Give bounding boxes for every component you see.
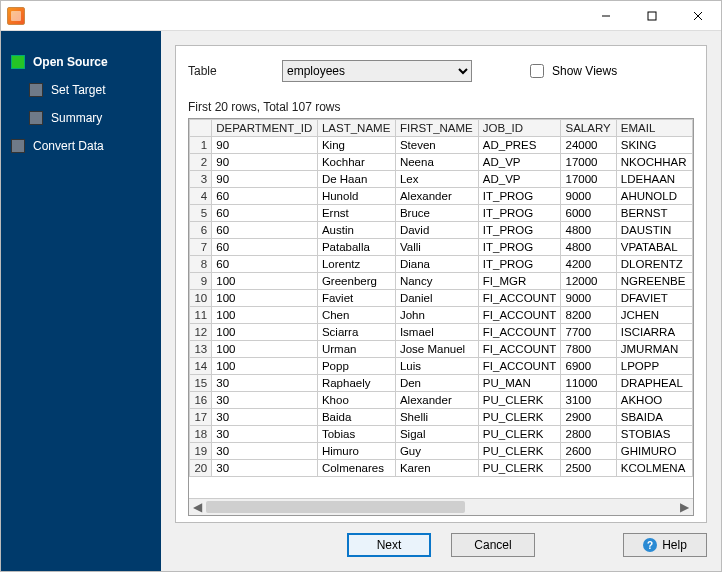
cell[interactable]: Alexander [395, 392, 478, 409]
cell[interactable]: Ismael [395, 324, 478, 341]
cell[interactable]: DFAVIET [616, 290, 692, 307]
cell[interactable]: 90 [212, 137, 318, 154]
cell[interactable]: 24000 [561, 137, 616, 154]
cell[interactable]: 4800 [561, 222, 616, 239]
cell[interactable]: IT_PROG [478, 239, 561, 256]
cell[interactable]: 30 [212, 443, 318, 460]
cell[interactable]: Kochhar [317, 154, 395, 171]
grid-scroll[interactable]: DEPARTMENT_ID LAST_NAME FIRST_NAME JOB_I… [189, 119, 693, 498]
cell[interactable]: 17000 [561, 171, 616, 188]
cell[interactable]: 6900 [561, 358, 616, 375]
cell[interactable]: IT_PROG [478, 256, 561, 273]
cell[interactable]: 7800 [561, 341, 616, 358]
show-views-checkbox[interactable]: Show Views [526, 61, 617, 81]
table-row[interactable]: 14100PoppLuisFI_ACCOUNT6900LPOPP [190, 358, 693, 375]
cell[interactable]: DLORENTZ [616, 256, 692, 273]
cell[interactable]: 2900 [561, 409, 616, 426]
cell[interactable]: 4800 [561, 239, 616, 256]
sidebar-item-summary[interactable]: Summary [29, 111, 155, 125]
cell[interactable]: 11000 [561, 375, 616, 392]
cell[interactable]: 30 [212, 460, 318, 477]
cell[interactable]: Shelli [395, 409, 478, 426]
cell[interactable]: DAUSTIN [616, 222, 692, 239]
col-header[interactable]: FIRST_NAME [395, 120, 478, 137]
cell[interactable]: 100 [212, 324, 318, 341]
cell[interactable]: John [395, 307, 478, 324]
table-row[interactable]: 560ErnstBruceIT_PROG6000BERNST [190, 205, 693, 222]
cell[interactable]: LDEHAAN [616, 171, 692, 188]
cell[interactable]: AKHOO [616, 392, 692, 409]
cell[interactable]: Tobias [317, 426, 395, 443]
cell[interactable]: ISCIARRA [616, 324, 692, 341]
cell[interactable]: Nancy [395, 273, 478, 290]
cell[interactable]: Raphaely [317, 375, 395, 392]
cell[interactable]: Chen [317, 307, 395, 324]
cancel-button[interactable]: Cancel [451, 533, 535, 557]
table-row[interactable]: 11100ChenJohnFI_ACCOUNT8200JCHEN [190, 307, 693, 324]
cell[interactable]: PU_MAN [478, 375, 561, 392]
cell[interactable]: Daniel [395, 290, 478, 307]
horizontal-scrollbar[interactable]: ◀ ▶ [189, 498, 693, 515]
col-header[interactable]: SALARY [561, 120, 616, 137]
cell[interactable]: FI_ACCOUNT [478, 358, 561, 375]
cell[interactable]: Lorentz [317, 256, 395, 273]
table-row[interactable]: 390De HaanLexAD_VP17000LDEHAAN [190, 171, 693, 188]
cell[interactable]: SBAIDA [616, 409, 692, 426]
cell[interactable]: Karen [395, 460, 478, 477]
cell[interactable]: 90 [212, 171, 318, 188]
cell[interactable]: 4200 [561, 256, 616, 273]
cell[interactable]: King [317, 137, 395, 154]
cell[interactable]: PU_CLERK [478, 460, 561, 477]
cell[interactable]: AD_PRES [478, 137, 561, 154]
cell[interactable]: NKOCHHAR [616, 154, 692, 171]
cell[interactable]: DRAPHEAL [616, 375, 692, 392]
table-row[interactable]: 460HunoldAlexanderIT_PROG9000AHUNOLD [190, 188, 693, 205]
cell[interactable]: PU_CLERK [478, 443, 561, 460]
cell[interactable]: Jose Manuel [395, 341, 478, 358]
cell[interactable]: SKING [616, 137, 692, 154]
cell[interactable]: Luis [395, 358, 478, 375]
cell[interactable]: Faviet [317, 290, 395, 307]
cell[interactable]: 60 [212, 205, 318, 222]
cell[interactable]: IT_PROG [478, 222, 561, 239]
cell[interactable]: Urman [317, 341, 395, 358]
scroll-left-icon[interactable]: ◀ [189, 499, 206, 515]
close-button[interactable] [675, 1, 721, 30]
table-row[interactable]: 760PataballaValliIT_PROG4800VPATABAL [190, 239, 693, 256]
col-header[interactable]: JOB_ID [478, 120, 561, 137]
cell[interactable]: LPOPP [616, 358, 692, 375]
cell[interactable]: FI_ACCOUNT [478, 324, 561, 341]
sidebar-item-open-source[interactable]: Open Source [11, 55, 155, 69]
cell[interactable]: 12000 [561, 273, 616, 290]
cell[interactable]: AHUNOLD [616, 188, 692, 205]
cell[interactable]: Diana [395, 256, 478, 273]
cell[interactable]: KCOLMENA [616, 460, 692, 477]
cell[interactable]: Colmenares [317, 460, 395, 477]
cell[interactable]: Himuro [317, 443, 395, 460]
table-row[interactable]: 660AustinDavidIT_PROG4800DAUSTIN [190, 222, 693, 239]
cell[interactable]: Popp [317, 358, 395, 375]
table-row[interactable]: 290KochharNeenaAD_VP17000NKOCHHAR [190, 154, 693, 171]
cell[interactable]: Valli [395, 239, 478, 256]
cell[interactable]: Austin [317, 222, 395, 239]
table-row[interactable]: 9100GreenbergNancyFI_MGR12000NGREENBE [190, 273, 693, 290]
next-button[interactable]: Next [347, 533, 431, 557]
col-header[interactable]: DEPARTMENT_ID [212, 120, 318, 137]
cell[interactable]: 30 [212, 392, 318, 409]
cell[interactable]: 60 [212, 188, 318, 205]
cell[interactable]: 100 [212, 290, 318, 307]
cell[interactable]: Lex [395, 171, 478, 188]
cell[interactable]: IT_PROG [478, 188, 561, 205]
cell[interactable]: NGREENBE [616, 273, 692, 290]
cell[interactable]: 2500 [561, 460, 616, 477]
cell[interactable]: PU_CLERK [478, 409, 561, 426]
cell[interactable]: Alexander [395, 188, 478, 205]
show-views-input[interactable] [530, 64, 544, 78]
cell[interactable]: Neena [395, 154, 478, 171]
cell[interactable]: IT_PROG [478, 205, 561, 222]
table-row[interactable]: 12100SciarraIsmaelFI_ACCOUNT7700ISCIARRA [190, 324, 693, 341]
cell[interactable]: 90 [212, 154, 318, 171]
table-row[interactable]: 1730BaidaShelliPU_CLERK2900SBAIDA [190, 409, 693, 426]
table-row[interactable]: 13100UrmanJose ManuelFI_ACCOUNT7800JMURM… [190, 341, 693, 358]
cell[interactable]: 8200 [561, 307, 616, 324]
